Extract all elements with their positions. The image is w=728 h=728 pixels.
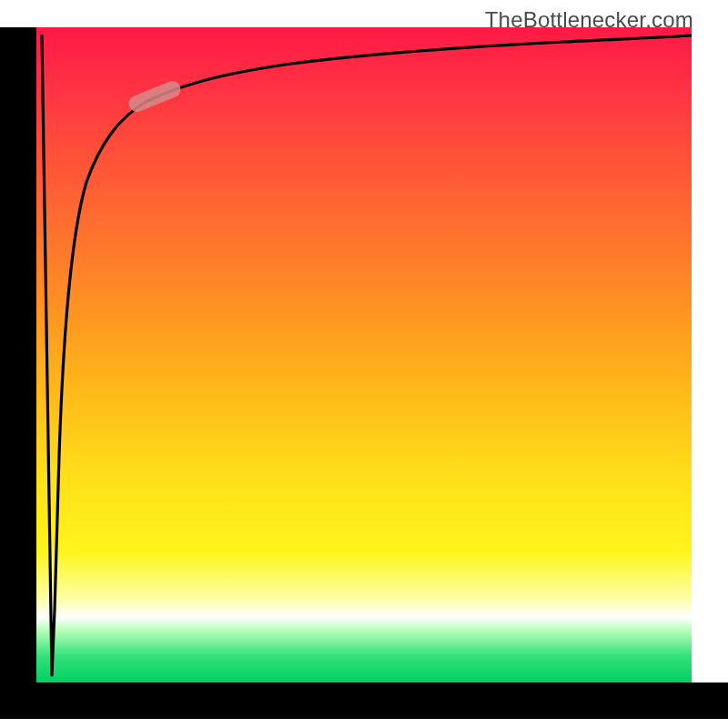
curve-layer: [36, 27, 692, 682]
x-axis: [0, 682, 728, 719]
y-axis: [0, 27, 36, 682]
curve-marker: [126, 78, 183, 114]
chart-container: TheBottlenecker.com: [0, 0, 728, 728]
watermark-text: TheBottlenecker.com: [485, 7, 693, 33]
svg-rect-0: [126, 78, 183, 114]
bottleneck-curve: [42, 35, 692, 675]
plot-area: [36, 27, 692, 682]
